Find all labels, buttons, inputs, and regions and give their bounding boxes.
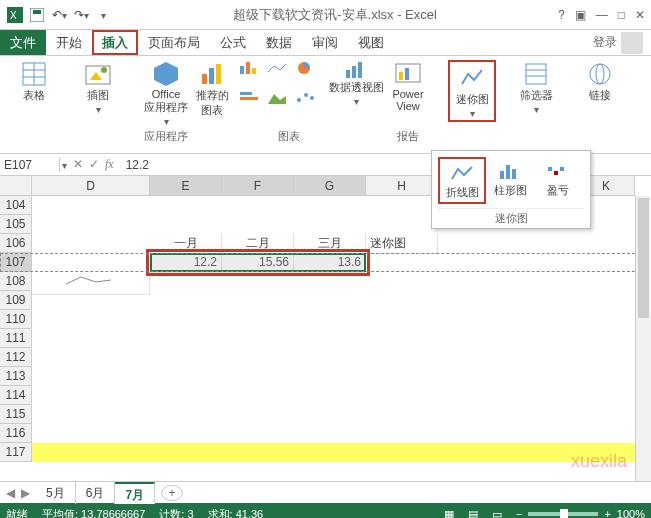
sparkline-winloss-option[interactable]: 盈亏 bbox=[534, 157, 582, 204]
chart-bar-icon[interactable] bbox=[238, 60, 264, 88]
cell[interactable]: 一月 bbox=[150, 234, 222, 254]
close-icon[interactable]: ✕ bbox=[635, 8, 645, 22]
chart-hbar-icon[interactable] bbox=[238, 90, 264, 118]
worksheet-grid[interactable]: 104 105 106 107 108 109 110 111 112 113 … bbox=[0, 196, 651, 481]
row-header[interactable]: 117 bbox=[0, 443, 32, 462]
qat-more-icon[interactable]: ▾ bbox=[94, 6, 112, 24]
status-bar: 就绪 平均值: 13.78666667 计数: 3 求和: 41.36 ▦ ▤ … bbox=[0, 503, 651, 518]
svg-rect-13 bbox=[209, 68, 214, 84]
link-button[interactable]: 链接 bbox=[576, 60, 624, 103]
name-box[interactable]: E107 bbox=[0, 158, 60, 172]
sparkline-line-option[interactable]: 折线图 bbox=[438, 157, 486, 204]
chart-pie-icon[interactable] bbox=[294, 60, 320, 88]
ribbon-opts-icon[interactable]: ▣ bbox=[575, 8, 586, 22]
cancel-formula-icon[interactable]: ✕ bbox=[73, 157, 83, 172]
sheet-tab-may[interactable]: 5月 bbox=[36, 482, 76, 504]
zoom-out-icon[interactable]: − bbox=[516, 508, 522, 518]
sparkline-button[interactable]: 迷你图▾ bbox=[448, 60, 496, 122]
table-button[interactable]: 表格 bbox=[10, 60, 58, 103]
menu-layout[interactable]: 页面布局 bbox=[138, 30, 210, 55]
vertical-scrollbar[interactable] bbox=[635, 196, 651, 481]
name-box-dropdown-icon[interactable]: ▾ bbox=[62, 160, 67, 171]
slicer-button[interactable]: 筛选器▾ bbox=[512, 60, 560, 114]
formula-input[interactable]: 12.2 bbox=[120, 158, 155, 172]
menu-view[interactable]: 视图 bbox=[348, 30, 394, 55]
col-header[interactable]: H bbox=[366, 176, 438, 196]
help-icon[interactable]: ? bbox=[558, 8, 565, 22]
row-header[interactable]: 108 bbox=[0, 272, 32, 291]
highlighted-row bbox=[32, 443, 651, 462]
undo-icon[interactable]: ↶▾ bbox=[50, 6, 68, 24]
illustrations-button[interactable]: 插图▾ bbox=[74, 60, 122, 114]
row-header[interactable]: 104 bbox=[0, 196, 32, 215]
col-header[interactable]: D bbox=[32, 176, 150, 196]
cell[interactable]: 13.6 bbox=[294, 253, 366, 273]
new-sheet-button[interactable]: + bbox=[161, 485, 183, 501]
svg-rect-29 bbox=[399, 72, 403, 80]
cell[interactable]: 迷你图 bbox=[366, 234, 438, 254]
row-header[interactable]: 105 bbox=[0, 215, 32, 234]
row-header[interactable]: 106 bbox=[0, 234, 32, 253]
zoom-level[interactable]: 100% bbox=[617, 508, 645, 518]
tab-next-icon[interactable]: ▶ bbox=[21, 486, 30, 500]
cell[interactable]: 15.56 bbox=[222, 253, 294, 273]
col-header[interactable]: E bbox=[150, 176, 222, 196]
maximize-icon[interactable]: □ bbox=[618, 8, 625, 22]
sparkline-preview bbox=[32, 272, 150, 295]
power-view-button[interactable]: Power View bbox=[384, 60, 432, 112]
chart-scatter-icon[interactable] bbox=[294, 90, 320, 118]
row-header[interactable]: 115 bbox=[0, 405, 32, 424]
accept-formula-icon[interactable]: ✓ bbox=[89, 157, 99, 172]
row-header[interactable]: 107 bbox=[0, 253, 32, 272]
row-header[interactable]: 113 bbox=[0, 367, 32, 386]
tab-prev-icon[interactable]: ◀ bbox=[6, 486, 15, 500]
title-bar: X ↶▾ ↷▾ ▾ 超级下载软文资讯-安卓.xlsx - Excel ? ▣ ―… bbox=[0, 0, 651, 30]
minimize-icon[interactable]: ― bbox=[596, 8, 608, 22]
svg-point-23 bbox=[304, 93, 308, 97]
select-all-corner[interactable] bbox=[0, 176, 32, 196]
view-break-icon[interactable]: ▭ bbox=[492, 508, 502, 519]
view-page-icon[interactable]: ▤ bbox=[468, 508, 478, 519]
svg-point-22 bbox=[297, 98, 301, 102]
menu-file[interactable]: 文件 bbox=[0, 30, 46, 55]
col-header[interactable]: G bbox=[294, 176, 366, 196]
sheet-tab-jul[interactable]: 7月 bbox=[115, 482, 155, 504]
svg-point-10 bbox=[101, 67, 107, 73]
svg-point-35 bbox=[596, 64, 604, 84]
row-header[interactable]: 110 bbox=[0, 310, 32, 329]
row-header[interactable]: 116 bbox=[0, 424, 32, 443]
office-apps-button[interactable]: Office 应用程序▾ bbox=[138, 60, 194, 126]
text-button[interactable]: A文本▾ bbox=[640, 60, 651, 114]
row-header[interactable]: 112 bbox=[0, 348, 32, 367]
zoom-in-icon[interactable]: + bbox=[604, 508, 610, 518]
status-count: 计数: 3 bbox=[159, 507, 193, 519]
recommended-charts-button[interactable]: 推荐的 图表 bbox=[190, 60, 234, 118]
zoom-control[interactable]: − + 100% bbox=[516, 508, 645, 518]
svg-rect-40 bbox=[548, 167, 552, 171]
sparkline-column-option[interactable]: 柱形图 bbox=[486, 157, 534, 204]
menu-formula[interactable]: 公式 bbox=[210, 30, 256, 55]
col-header[interactable]: F bbox=[222, 176, 294, 196]
chart-line-icon[interactable] bbox=[266, 60, 292, 88]
row-header[interactable]: 109 bbox=[0, 291, 32, 310]
cell[interactable]: 12.2 bbox=[150, 253, 222, 273]
login-link[interactable]: 登录 bbox=[585, 30, 651, 55]
svg-rect-26 bbox=[352, 66, 356, 78]
svg-rect-25 bbox=[346, 70, 350, 78]
sheet-tab-jun[interactable]: 6月 bbox=[76, 482, 116, 504]
row-header[interactable]: 114 bbox=[0, 386, 32, 405]
chart-area-icon[interactable] bbox=[266, 90, 292, 118]
menu-insert[interactable]: 插入 bbox=[92, 30, 138, 55]
view-normal-icon[interactable]: ▦ bbox=[444, 508, 454, 519]
row-header[interactable]: 111 bbox=[0, 329, 32, 348]
redo-icon[interactable]: ↷▾ bbox=[72, 6, 90, 24]
menu-review[interactable]: 审阅 bbox=[302, 30, 348, 55]
cell[interactable]: 二月 bbox=[222, 234, 294, 254]
report-group-label: 报告 bbox=[397, 129, 419, 144]
menu-data[interactable]: 数据 bbox=[256, 30, 302, 55]
svg-text:X: X bbox=[10, 10, 17, 21]
cell[interactable]: 三月 bbox=[294, 234, 366, 254]
fx-icon[interactable]: fx bbox=[105, 157, 114, 172]
save-icon[interactable] bbox=[28, 6, 46, 24]
menu-start[interactable]: 开始 bbox=[46, 30, 92, 55]
